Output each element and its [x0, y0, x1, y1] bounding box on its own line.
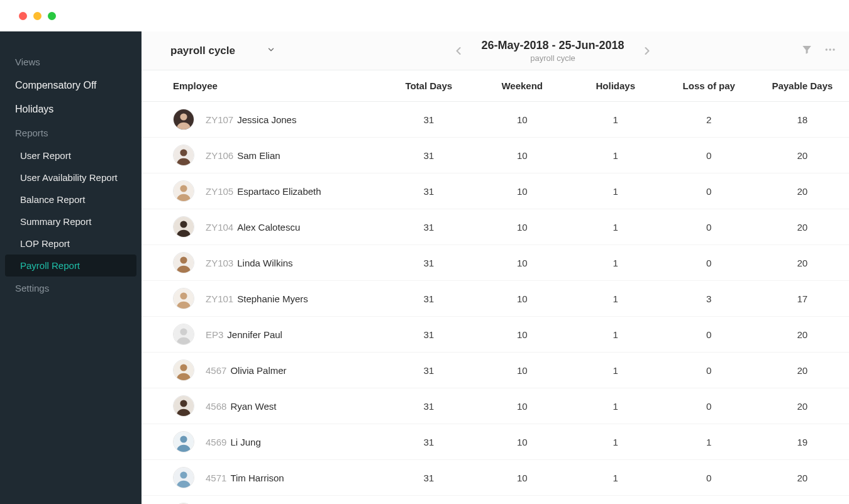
sidebar-item-user-report[interactable]: User Report: [0, 145, 142, 167]
cell-total-days: 31: [382, 138, 476, 173]
cell-loss-of-pay: 0: [662, 317, 756, 353]
table-row[interactable]: ZY107Jessica Jones 31 10 1 2 18: [142, 102, 849, 138]
table-row[interactable]: ZY103Linda Wilkins 31 10 1 0 20: [142, 245, 849, 281]
cell-total-days: 31: [382, 353, 476, 388]
sidebar-item-compensatory-off[interactable]: Compensatory Off: [0, 74, 142, 97]
cell-holidays: 1: [569, 460, 663, 496]
employee-name: Jessica Jones: [237, 114, 296, 125]
cell-total-days: 31: [382, 209, 476, 245]
cell-loss-of-pay: 1: [662, 424, 756, 460]
table-row[interactable]: 4567Olivia Palmer 31 10 1 0 20: [142, 353, 849, 388]
table-row[interactable]: 4572Chloe M 31 10 1 0 20: [142, 496, 849, 505]
payroll-table-container: Employee Total Days Weekend Holidays Los…: [142, 70, 849, 504]
more-options-button[interactable]: [824, 43, 836, 58]
table-row[interactable]: 4568Ryan West 31 10 1 0 20: [142, 388, 849, 424]
employee-name: Ryan West: [230, 401, 276, 412]
prev-period-button[interactable]: [448, 41, 469, 61]
cell-loss-of-pay: 0: [662, 173, 756, 209]
col-header-weekend[interactable]: Weekend: [475, 70, 569, 102]
cell-holidays: 1: [569, 173, 663, 209]
window-minimize-dot[interactable]: [33, 12, 42, 20]
col-header-payable-days[interactable]: Payable Days: [756, 70, 850, 102]
employee-code: ZY107: [206, 114, 233, 125]
table-row[interactable]: ZY101Stephanie Myers 31 10 1 3 17: [142, 281, 849, 317]
cell-loss-of-pay: 0: [662, 138, 756, 173]
cell-payable-days: 20: [756, 317, 850, 353]
cell-holidays: 1: [569, 424, 663, 460]
date-range-display: 26-May-2018 - 25-Jun-2018 payroll cycle: [481, 39, 624, 63]
more-horizontal-icon: [824, 43, 836, 58]
col-header-total-days[interactable]: Total Days: [382, 70, 476, 102]
avatar: [173, 180, 194, 202]
cell-holidays: 1: [569, 245, 663, 281]
sidebar-section-views: Views: [0, 50, 142, 74]
col-header-loss-of-pay[interactable]: Loss of pay: [662, 70, 756, 102]
avatar: [173, 145, 194, 166]
svg-point-24: [180, 471, 187, 478]
cell-total-days: 31: [382, 388, 476, 424]
employee-name: Tim Harrison: [230, 473, 284, 483]
employee-code: ZY104: [206, 222, 233, 233]
table-row[interactable]: ZY104Alex Calotescu 31 10 1 0 20: [142, 209, 849, 245]
cell-weekend: 10: [475, 138, 569, 173]
svg-point-2: [833, 48, 835, 50]
sidebar-item-holidays[interactable]: Holidays: [0, 97, 142, 121]
sidebar-item-summary-report[interactable]: Summary Report: [0, 211, 142, 233]
cell-loss-of-pay: 0: [662, 245, 756, 281]
cell-loss-of-pay: 0: [662, 460, 756, 496]
next-period-button[interactable]: [637, 41, 657, 61]
date-range-subtext: payroll cycle: [481, 53, 624, 63]
cell-weekend: 10: [475, 496, 569, 505]
employee-code: ZY105: [206, 186, 233, 197]
window-close-dot[interactable]: [19, 12, 27, 20]
svg-point-20: [180, 400, 187, 407]
avatar: [173, 324, 194, 345]
cell-weekend: 10: [475, 388, 569, 424]
cell-holidays: 1: [569, 496, 663, 505]
employee-code: ZY103: [206, 258, 233, 268]
employee-code: 4569: [206, 437, 226, 447]
cell-holidays: 1: [569, 138, 663, 173]
table-row[interactable]: 4569Li Jung 31 10 1 1 19: [142, 424, 849, 460]
window-chrome: [0, 0, 849, 31]
table-row[interactable]: EP3Jennifer Paul 31 10 1 0 20: [142, 317, 849, 353]
avatar: [173, 467, 194, 488]
cell-loss-of-pay: 3: [662, 281, 756, 317]
table-row[interactable]: ZY106Sam Elian 31 10 1 0 20: [142, 138, 849, 173]
svg-point-4: [180, 113, 187, 120]
payroll-cycle-dropdown[interactable]: payroll cycle: [142, 38, 304, 63]
sidebar-item-user-availability-report[interactable]: User Availability Report: [0, 167, 142, 189]
sidebar-item-lop-report[interactable]: LOP Report: [0, 233, 142, 255]
employee-name: Espartaco Elizabeth: [237, 186, 321, 197]
avatar: [173, 431, 194, 452]
cell-weekend: 10: [475, 353, 569, 388]
cell-weekend: 10: [475, 317, 569, 353]
cell-holidays: 1: [569, 353, 663, 388]
table-row[interactable]: 4571Tim Harrison 31 10 1 0 20: [142, 460, 849, 496]
filter-button[interactable]: [801, 44, 813, 58]
chevron-down-icon: [267, 45, 275, 57]
cell-weekend: 10: [475, 173, 569, 209]
cell-total-days: 31: [382, 460, 476, 496]
employee-name: Stephanie Myers: [237, 293, 308, 304]
filter-icon: [801, 44, 813, 58]
table-row[interactable]: ZY105Espartaco Elizabeth 31 10 1 0 20: [142, 173, 849, 209]
cell-payable-days: 20: [756, 173, 850, 209]
sidebar-item-balance-report[interactable]: Balance Report: [0, 189, 142, 211]
sidebar-item-payroll-report[interactable]: Payroll Report: [5, 255, 136, 277]
svg-point-14: [180, 292, 187, 299]
avatar: [173, 395, 194, 417]
cell-weekend: 10: [475, 245, 569, 281]
col-header-employee[interactable]: Employee: [142, 70, 382, 102]
toolbar: payroll cycle 26-May-2018 - 25-Jun-2018 …: [142, 31, 849, 70]
cell-weekend: 10: [475, 281, 569, 317]
date-range-text: 26-May-2018 - 25-Jun-2018: [481, 39, 624, 52]
cell-total-days: 31: [382, 424, 476, 460]
col-header-holidays[interactable]: Holidays: [569, 70, 663, 102]
cell-total-days: 31: [382, 281, 476, 317]
employee-code: ZY101: [206, 293, 233, 304]
avatar: [173, 288, 194, 309]
window-maximize-dot[interactable]: [48, 12, 56, 20]
cell-holidays: 1: [569, 102, 663, 138]
cell-payable-days: 20: [756, 138, 850, 173]
